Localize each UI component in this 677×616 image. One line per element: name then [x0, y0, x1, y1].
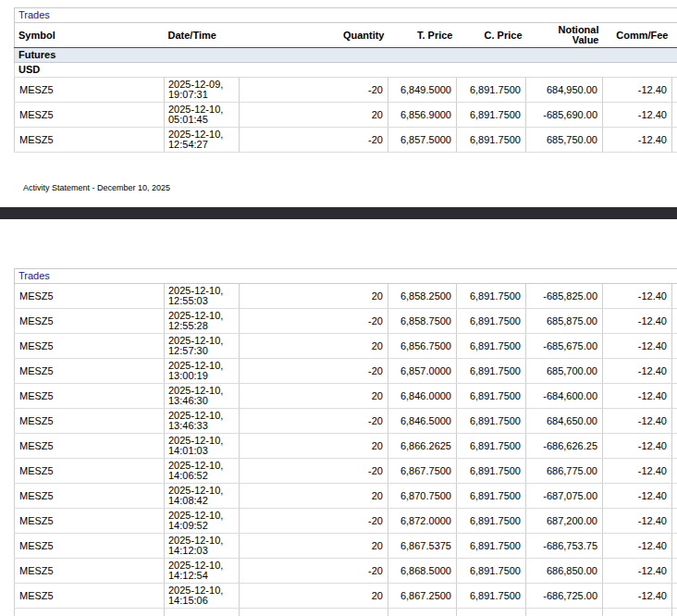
- cell-datetime: 2025-12-10, 14:09:52: [165, 509, 240, 534]
- page-separator-bar: [0, 207, 677, 219]
- cell-datetime: 2025-12-10,: [165, 609, 240, 616]
- cell-quantity: -20: [240, 309, 388, 334]
- table-row: MESZ52025-12-10, 14:01:03206,866.26256,8…: [15, 434, 677, 459]
- currency-row: USD: [15, 63, 677, 78]
- cell-c-price: 6,891.7500: [457, 128, 526, 153]
- cell-c-price: 6,891.7500: [457, 334, 526, 359]
- trades-table-page2: Trades MESZ52025-12-10, 12:55:03206,858.…: [14, 268, 677, 616]
- cell-c-price: 6,891.7500: [457, 284, 526, 309]
- cell-c-price: 6,891.7500: [457, 484, 526, 509]
- cell-quantity: -20: [240, 509, 388, 534]
- table-row: MESZ52025-12-09, 19:07:31-206,849.50006,…: [15, 78, 677, 103]
- asset-class-label: Futures: [15, 48, 677, 63]
- cell-comm-fee: -12.40: [603, 484, 672, 509]
- cell-cutoff: [672, 284, 677, 309]
- table-row: MESZ52025-12-10, 12:55:28-206,858.75006,…: [15, 309, 677, 334]
- table-row: 2025-12-10,: [15, 609, 677, 616]
- cell-quantity: 20: [240, 484, 388, 509]
- cell-cutoff: [672, 309, 677, 334]
- col-header-notional-value: Notional Value: [526, 23, 603, 48]
- cell-symbol: MESZ5: [15, 334, 165, 359]
- cell-notional-value: -687,075.00: [526, 484, 603, 509]
- cell-symbol: MESZ5: [15, 584, 165, 609]
- cell-datetime: 2025-12-09, 19:07:31: [165, 78, 240, 103]
- cell-quantity: 20: [240, 103, 388, 128]
- cell-comm-fee: -12.40: [603, 459, 672, 484]
- cell-datetime: 2025-12-10, 12:54:27: [165, 128, 240, 153]
- cell-t-price: 6,857.5000: [388, 128, 457, 153]
- cell-comm-fee: -12.40: [603, 78, 672, 103]
- cell-symbol: MESZ5: [15, 284, 165, 309]
- cell-c-price: 6,891.7500: [457, 434, 526, 459]
- cell-notional-value: -686,626.25: [526, 434, 603, 459]
- cell-datetime: 2025-12-10, 14:06:52: [165, 459, 240, 484]
- cell-quantity: 20: [240, 584, 388, 609]
- cell-cutoff: [672, 559, 677, 584]
- col-header-datetime: Date/Time: [165, 23, 240, 48]
- cell-datetime: 2025-12-10, 14:12:54: [165, 559, 240, 584]
- cell-quantity: -20: [240, 359, 388, 384]
- cell-cutoff: [672, 128, 677, 153]
- table-row: MESZ52025-12-10, 05:01:45206,856.90006,8…: [15, 103, 677, 128]
- cell-symbol: MESZ5: [15, 434, 165, 459]
- statement-page-2: Trades MESZ52025-12-10, 12:55:03206,858.…: [14, 268, 677, 616]
- cell-symbol: MESZ5: [15, 78, 165, 103]
- cell-cutoff: [672, 409, 677, 434]
- cell-t-price: [388, 609, 457, 616]
- cell-symbol: MESZ5: [15, 103, 165, 128]
- cell-quantity: [240, 609, 388, 616]
- table-row: MESZ52025-12-10, 14:12:54-206,868.50006,…: [15, 559, 677, 584]
- cell-comm-fee: -12.40: [603, 534, 672, 559]
- cell-quantity: -20: [240, 559, 388, 584]
- currency-label: USD: [15, 63, 677, 78]
- table-row: MESZ52025-12-10, 13:46:33-206,846.50006,…: [15, 409, 677, 434]
- trades-section-title: Trades: [15, 269, 677, 284]
- cell-t-price: 6,868.5000: [388, 559, 457, 584]
- cell-quantity: 20: [240, 334, 388, 359]
- cell-c-price: 6,891.7500: [457, 384, 526, 409]
- cell-notional-value: [526, 609, 603, 616]
- cell-comm-fee: -12.40: [603, 584, 672, 609]
- cell-cutoff: [672, 534, 677, 559]
- col-header-c-price: C. Price: [457, 23, 526, 48]
- cell-notional-value: -685,690.00: [526, 103, 603, 128]
- cell-comm-fee: -12.40: [603, 559, 672, 584]
- cell-notional-value: 686,775.00: [526, 459, 603, 484]
- cell-t-price: 6,857.0000: [388, 359, 457, 384]
- page-footer: Activity Statement - December 10, 2025: [23, 183, 170, 192]
- cell-datetime: 2025-12-10, 12:57:30: [165, 334, 240, 359]
- cell-cutoff: [672, 609, 677, 616]
- cell-c-price: 6,891.7500: [457, 509, 526, 534]
- cell-cutoff: [672, 384, 677, 409]
- table-row: MESZ52025-12-10, 14:06:52-206,867.75006,…: [15, 459, 677, 484]
- cell-datetime: 2025-12-10, 12:55:28: [165, 309, 240, 334]
- cell-symbol: MESZ5: [15, 409, 165, 434]
- cell-comm-fee: -12.40: [603, 309, 672, 334]
- cell-t-price: 6,867.2500: [388, 584, 457, 609]
- cell-c-price: 6,891.7500: [457, 359, 526, 384]
- cell-symbol: MESZ5: [15, 359, 165, 384]
- cell-t-price: 6,872.0000: [388, 509, 457, 534]
- cell-cutoff: [672, 359, 677, 384]
- cell-c-price: [457, 609, 526, 616]
- cell-c-price: 6,891.7500: [457, 78, 526, 103]
- cell-datetime: 2025-12-10, 14:08:42: [165, 484, 240, 509]
- cell-comm-fee: [603, 609, 672, 616]
- cell-comm-fee: -12.40: [603, 409, 672, 434]
- cell-symbol: MESZ5: [15, 384, 165, 409]
- cell-notional-value: -686,753.75: [526, 534, 603, 559]
- section-title-row: Trades: [15, 8, 677, 23]
- cell-t-price: 6,846.0000: [388, 384, 457, 409]
- cell-symbol: MESZ5: [15, 534, 165, 559]
- cell-symbol: MESZ5: [15, 509, 165, 534]
- table-row: MESZ52025-12-10, 12:55:03206,858.25006,8…: [15, 284, 677, 309]
- section-title-row: Trades: [15, 269, 677, 284]
- table-row: MESZ52025-12-10, 13:46:30206,846.00006,8…: [15, 384, 677, 409]
- cell-quantity: -20: [240, 409, 388, 434]
- cell-datetime: 2025-12-10, 14:01:03: [165, 434, 240, 459]
- cell-t-price: 6,867.7500: [388, 459, 457, 484]
- cell-datetime: 2025-12-10, 05:01:45: [165, 103, 240, 128]
- cell-c-price: 6,891.7500: [457, 459, 526, 484]
- cell-datetime: 2025-12-10, 12:55:03: [165, 284, 240, 309]
- cell-c-price: 6,891.7500: [457, 534, 526, 559]
